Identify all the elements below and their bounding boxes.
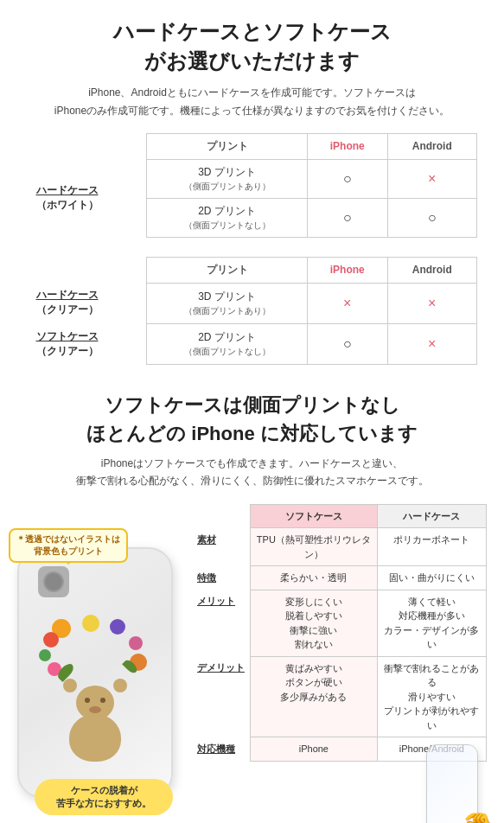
print-2d-clear: 2D プリント（側面プリントなし）	[147, 323, 307, 364]
bear-ear-right	[113, 679, 127, 692]
compare-col-soft: ソフトケース	[251, 504, 378, 528]
table1-col-iphone: iPhone	[307, 133, 387, 159]
flower-green	[39, 649, 51, 661]
compare-soft-feature: 柔らかい・透明	[251, 566, 378, 590]
bear-ear-left	[63, 679, 77, 692]
compare-row-demerit: デメリット 黄ばみやすいボタンが硬い多少厚みがある 衝撃で割れることがある滑りや…	[197, 656, 487, 737]
compare-row-merit: メリット 変形しにくい脱着しやすい衝撃に強い割れない 薄くて軽い対応機種が多いカ…	[197, 590, 487, 656]
compare-label-demerit: デメリット	[197, 656, 251, 737]
2d-android-white: ○	[387, 198, 476, 237]
table-row: ハードケース（クリアー） ソフトケース（クリアー） 3D プリント（側面プリント…	[28, 283, 477, 323]
table1-col-android: Android	[387, 133, 476, 159]
page: ハードケースとソフトケースがお選びいただけます iPhone、Androidとも…	[0, 0, 504, 823]
compare-soft-demerit: 黄ばみやすいボタンが硬い多少厚みがある	[251, 656, 378, 737]
table1-col-print: プリント	[147, 133, 307, 159]
compare-label-material: 素材	[197, 528, 251, 566]
table2-col-print: プリント	[147, 257, 307, 283]
section2: ソフトケースは側面プリントなしほとんどの iPhone に対応しています iPh…	[0, 382, 504, 823]
section1-title: ハードケースとソフトケースがお選びいただけます	[17, 17, 487, 75]
3d-android-white: ×	[387, 159, 476, 198]
table1: プリント iPhone Android ハードケース（ホワイト） 3D プリント…	[28, 133, 477, 238]
2d-android-clear: ×	[387, 323, 476, 364]
compare-label-feature: 特徴	[197, 566, 251, 590]
case-labels-clear: ハードケース（クリアー） ソフトケース（クリアー）	[28, 283, 147, 364]
compare-col-hard: ハードケース	[377, 504, 486, 528]
flower-yellow	[82, 615, 99, 632]
3d-iphone-white: ○	[307, 159, 387, 198]
table2-empty-header	[28, 257, 147, 283]
table2-wrap: プリント iPhone Android ハードケース（クリアー） ソフトケース（…	[17, 257, 487, 365]
flower-red	[43, 632, 59, 648]
compare-empty-header	[197, 504, 251, 528]
compare-hard-material: ポリカーボネート	[377, 528, 486, 566]
table2: プリント iPhone Android ハードケース（クリアー） ソフトケース（…	[28, 257, 477, 365]
compare-table: ソフトケース ハードケース 素材 TPU（熱可塑性ポリウレタン） ポリカーボネー…	[197, 504, 487, 762]
section1-description: iPhone、Androidともにハードケースを作成可能です。ソフトケースは i…	[17, 84, 487, 119]
case-label-white: ハードケース（ホワイト）	[28, 159, 147, 237]
flower-purple	[110, 619, 125, 635]
print-2d-label: 2D プリント（側面プリントなし）	[147, 198, 307, 237]
flower-pink	[129, 636, 143, 650]
compare-hard-feature: 固い・曲がりにくい	[377, 566, 486, 590]
compare-row-material: 素材 TPU（熱可塑性ポリウレタン） ポリカーボネート	[197, 528, 487, 566]
phone-image: Botton Rabbit	[17, 547, 173, 798]
table2-col-iphone: iPhone	[307, 257, 387, 283]
bear-body	[69, 714, 121, 762]
print-3d-clear: 3D プリント（側面プリントあり）	[147, 283, 307, 323]
clear-phone-area: 🤏	[197, 770, 487, 823]
compare-row-feature: 特徴 柔らかい・透明 固い・曲がりにくい	[197, 566, 487, 590]
table1-group-label	[28, 133, 147, 159]
phone-side: ＊透過ではないイラストは背景色もプリント	[17, 504, 190, 823]
table-row: ハードケース（ホワイト） 3D プリント（側面プリントあり） ○ ×	[28, 159, 477, 198]
flower-area	[35, 606, 156, 779]
bottom-content: ＊透過ではないイラストは背景色もプリント	[17, 504, 487, 823]
print-3d-label: 3D プリント（側面プリントあり）	[147, 159, 307, 198]
compare-side: ソフトケース ハードケース 素材 TPU（熱可塑性ポリウレタン） ポリカーボネー…	[197, 504, 487, 823]
compare-hard-merit: 薄くて軽い対応機種が多いカラー・デザインが多い	[377, 590, 486, 656]
3d-android-clear: ×	[387, 283, 476, 323]
compare-soft-material: TPU（熱可塑性ポリウレタン）	[251, 528, 378, 566]
compare-soft-device: iPhone	[251, 737, 378, 762]
3d-iphone-clear: ×	[307, 283, 387, 323]
compare-hard-demerit: 衝撃で割れることがある滑りやすいプリントが剥がれやすい	[377, 656, 486, 737]
table2-col-android: Android	[387, 257, 476, 283]
section2-description: iPhoneはソフトケースでも作成できます。ハードケースと違い、 衝撃で割れる心…	[17, 455, 487, 490]
2d-iphone-clear: ○	[307, 323, 387, 364]
2d-iphone-white: ○	[307, 198, 387, 237]
phone-camera	[38, 566, 69, 597]
flower-illustration	[39, 615, 151, 770]
section1: ハードケースとソフトケースがお選びいただけます iPhone、Androidとも…	[0, 0, 504, 382]
bubble-note: ＊透過ではないイラストは背景色もプリント	[9, 528, 128, 563]
section2-title: ソフトケースは側面プリントなしほとんどの iPhone に対応しています	[17, 391, 487, 448]
compare-soft-merit: 変形しにくい脱着しやすい衝撃に強い割れない	[251, 590, 378, 656]
table1-wrap: プリント iPhone Android ハードケース（ホワイト） 3D プリント…	[17, 133, 487, 238]
compare-label-device: 対応機種	[197, 737, 251, 762]
compare-label-merit: メリット	[197, 590, 251, 656]
detach-bubble: ケースの脱着が苦手な方におすすめ。	[35, 779, 173, 815]
